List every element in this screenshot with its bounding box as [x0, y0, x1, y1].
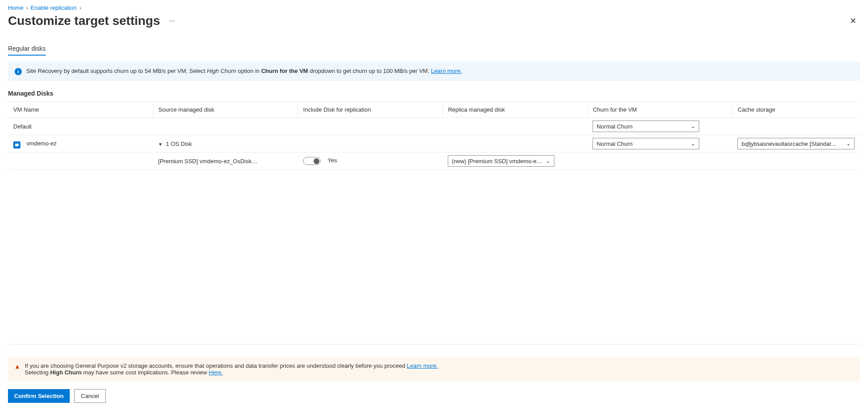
info-text: dropdown to get churn up to 100 MB/s per… [308, 68, 431, 74]
table-row-vm: vmdemo-ez ▼ 1 OS Disk Normal Churn ⌄ bqf… [8, 135, 860, 153]
info-text: Site Recovery by default supports churn … [26, 68, 207, 74]
page-title: Customize target settings [8, 14, 160, 28]
managed-disks-table: VM Name Source managed disk Include Disk… [8, 101, 860, 170]
replica-disk-dropdown[interactable]: (new) [Premium SSD] vmdemo-ez_... ⌄ [448, 155, 554, 167]
table-row-disk: [Premium SSD] vmdemo-ez_OsDisk_1_... Yes… [8, 153, 860, 170]
chevron-down-icon: ⌄ [846, 141, 851, 147]
tabs: Regular disks [8, 43, 860, 56]
os-disk-count: 1 OS Disk [166, 141, 192, 147]
column-header-include-disk: Include Disk for replication [298, 102, 442, 118]
vm-cache-dropdown[interactable]: bqfjybsasnevaultasrcache [Standar... ⌄ [737, 138, 855, 149]
section-title-managed-disks: Managed Disks [8, 90, 860, 97]
chevron-right-icon: › [79, 4, 81, 11]
dropdown-value: Normal Churn [597, 141, 633, 147]
info-icon: i [15, 68, 22, 75]
dropdown-value: Normal Churn [597, 123, 633, 130]
vm-icon [13, 141, 20, 149]
table-row-default: Default Normal Churn ⌄ [8, 118, 860, 135]
breadcrumb: Home › Enable replication › [8, 4, 860, 11]
info-learn-more-link[interactable]: Learn more. [431, 68, 462, 74]
expand-caret-icon[interactable]: ▼ [158, 142, 163, 147]
info-text-bold: Churn for the VM [261, 68, 308, 74]
chevron-right-icon: › [26, 4, 28, 11]
vm-churn-dropdown[interactable]: Normal Churn ⌄ [593, 138, 699, 149]
chevron-down-icon: ⌄ [546, 158, 550, 164]
column-header-vm-name: VM Name [8, 102, 153, 118]
tab-regular-disks[interactable]: Regular disks [8, 43, 46, 56]
info-text: option in [236, 68, 261, 74]
vm-name: vmdemo-ez [27, 140, 57, 147]
dropdown-value: (new) [Premium SSD] vmdemo-ez_... [452, 158, 543, 165]
column-header-cache: Cache storage [732, 102, 860, 118]
include-disk-label: Yes [327, 157, 337, 164]
column-header-churn: Churn for the VM [587, 102, 732, 118]
dropdown-value: bqfjybsasnevaultasrcache [Standar... [741, 141, 836, 147]
chevron-down-icon: ⌄ [691, 141, 695, 147]
breadcrumb-enable-replication[interactable]: Enable replication [31, 4, 76, 11]
breadcrumb-home[interactable]: Home [8, 4, 24, 11]
column-header-replica-disk: Replica managed disk [442, 102, 587, 118]
default-churn-dropdown[interactable]: Normal Churn ⌄ [593, 121, 699, 132]
more-actions-icon[interactable]: ··· [169, 17, 175, 25]
info-text-italic: High Churn [207, 68, 236, 74]
info-banner: i Site Recovery by default supports chur… [8, 62, 860, 81]
column-header-source-disk: Source managed disk [153, 102, 298, 118]
default-label: Default [8, 118, 153, 135]
source-disk-name: [Premium SSD] vmdemo-ez_OsDisk_1_... [158, 158, 260, 165]
chevron-down-icon: ⌄ [691, 123, 695, 129]
close-button[interactable]: ✕ [846, 14, 860, 28]
include-disk-toggle[interactable] [303, 157, 321, 165]
